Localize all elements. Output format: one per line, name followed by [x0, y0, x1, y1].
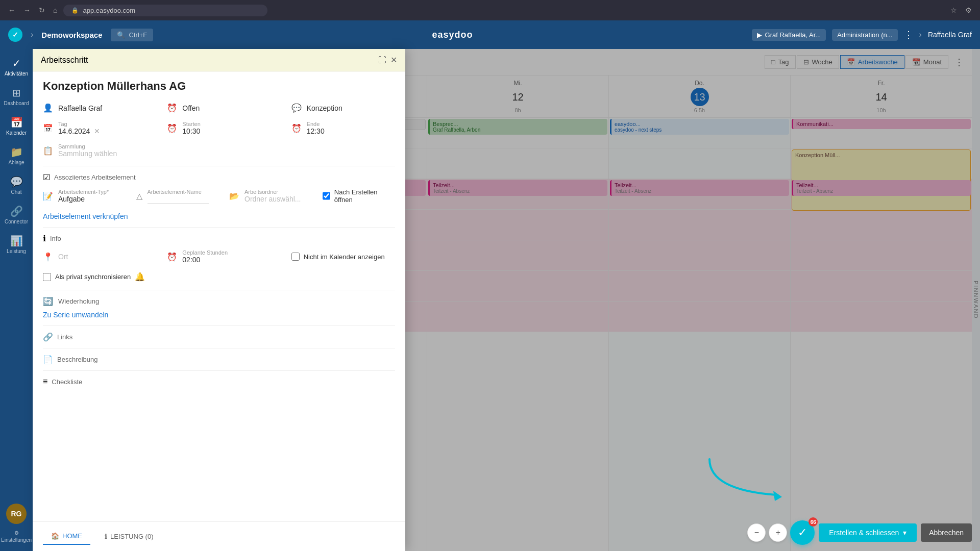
category-value[interactable]: Konzeption [307, 104, 342, 112]
type-value[interactable]: Aufgabe [58, 195, 109, 203]
connector-icon: 🔗 [10, 205, 23, 217]
workspace-name[interactable]: Demoworkspace [41, 31, 102, 39]
app-icon: ✓ [8, 28, 22, 42]
start-time-value[interactable]: 10:30 [182, 127, 200, 135]
url-bar[interactable]: 🔒 app.easydoo.com [63, 5, 267, 16]
cancel-button[interactable]: Abbrechen [921, 523, 972, 542]
sidebar-item-connector[interactable]: 🔗 Connector [0, 201, 33, 229]
fab-plus[interactable]: + [769, 523, 787, 542]
workitem-name-input[interactable] [148, 195, 209, 204]
form-row-private: Als privat synchronisieren 🔔 [43, 272, 395, 282]
hours-value[interactable]: 02:00 [182, 256, 228, 264]
workspace-chevron: › [31, 30, 33, 39]
modal-title: Konzeption Müllerhans AG [43, 80, 395, 93]
tab-leistung[interactable]: ℹ LEISTUNG (0) [96, 529, 162, 544]
name-label: Arbeitselement-Name [148, 189, 209, 195]
sidebar-settings[interactable]: ⚙ Einstellungen [0, 526, 34, 547]
status-value[interactable]: Offen [182, 104, 200, 112]
sidebar-item-aktivitaeten[interactable]: ✓ Aktivitäten [0, 53, 33, 81]
modal-footer: 🏠 HOME ℹ LEISTUNG (0) [33, 521, 405, 551]
browser-bar: ← → ↻ ⌂ 🔒 app.easydoo.com ☆ ⚙ [0, 0, 980, 20]
fab-check-container: ✓ 66 [790, 520, 815, 545]
checklist-label: Checkliste [52, 378, 82, 386]
user-full-name[interactable]: Raffaella Graf [928, 31, 972, 39]
private-sync-input[interactable] [43, 273, 51, 281]
sidebar-item-chat[interactable]: 💬 Chat [0, 171, 33, 199]
repeat-icon: 🔄 [43, 296, 53, 306]
link-workitem-button[interactable]: Arbeitselement verknüpfen [43, 212, 128, 220]
tab-home[interactable]: 🏠 HOME [43, 528, 90, 545]
user-icon: 👤 [43, 103, 53, 113]
chat-icon: 💬 [10, 176, 23, 188]
field-not-in-cal: Nicht im Kalender anzeigen [291, 253, 395, 261]
sidebar-item-ablage[interactable]: 📁 Ablage [0, 142, 33, 169]
location-icon: 📍 [43, 252, 53, 262]
folder-group: Arbeitsordner Ordner auswähl... [244, 189, 301, 203]
end-clock-icon: ⏰ [291, 123, 302, 133]
modal-body: Konzeption Müllerhans AG 👤 Raffaella Gra… [33, 71, 405, 521]
modal-expand-button[interactable]: ⛶ [378, 55, 386, 65]
app-header: ✓ › Demoworkspace 🔍 Ctrl+F easydoo ▶ Gra… [0, 20, 980, 49]
info-icon: ℹ [43, 234, 46, 243]
sidebar-label-aktivitaeten: Aktivitäten [5, 71, 28, 77]
hours-label: Geplante Stunden [182, 249, 228, 256]
sidebar-item-kalender[interactable]: 📅 Kalender [0, 112, 33, 140]
bookmark-button[interactable]: ☆ [948, 4, 959, 16]
header-right: ▶ Graf Raffaella, Ar... Administration (… [752, 29, 972, 41]
date-value[interactable]: 14.6.2024 [58, 127, 90, 135]
refresh-button[interactable]: ↻ [37, 4, 47, 16]
folder-label: Arbeitsordner [244, 189, 301, 195]
divider-3 [43, 290, 395, 290]
collection-placeholder[interactable]: Sammlung wählen [58, 149, 117, 158]
modal-header: Arbeitsschritt ⛶ ✕ [33, 49, 405, 71]
admin-badge[interactable]: Administration (n... [832, 29, 897, 41]
not-in-cal-label: Nicht im Kalender anzeigen [304, 253, 385, 261]
info-header: ℹ Info [43, 234, 395, 243]
bottom-bar: − + ✓ 66 Erstellen & schliessen ▾ Abbrec… [747, 514, 972, 551]
folder-icon: 📂 [229, 191, 239, 201]
back-button[interactable]: ← [6, 4, 17, 16]
notification-badge: 66 [808, 517, 818, 527]
status-icon: ⏰ [167, 103, 177, 113]
date-clear-button[interactable]: ✕ [94, 127, 100, 135]
checklist-header: ≡ Checkliste [43, 377, 395, 386]
sidebar-item-leistung[interactable]: 📊 Leistung [0, 231, 33, 258]
field-status: ⏰ Offen [167, 103, 271, 113]
form-row-collection: 📋 Sammlung Sammlung wählen [43, 143, 395, 158]
extensions-button[interactable]: ⚙ [963, 4, 974, 16]
collection-group: Sammlung Sammlung wählen [58, 143, 117, 158]
home-button[interactable]: ⌂ [51, 4, 59, 16]
start-time-group: Starten 10:30 [182, 121, 200, 135]
not-in-cal-input[interactable] [291, 253, 300, 261]
convert-to-series-button[interactable]: Zu Serie umwandeln [43, 311, 108, 319]
sidebar-item-dashboard[interactable]: ⊞ Dashboard [0, 83, 33, 110]
search-icon: 🔍 [117, 31, 125, 39]
workitem-name-group: Arbeitselement-Name [148, 189, 209, 204]
end-time-value[interactable]: 12:30 [307, 127, 325, 135]
folder-placeholder[interactable]: Ordner auswähl... [244, 195, 301, 203]
divider-6 [43, 370, 395, 371]
field-open-after: Nach Erstellen öffnen [323, 188, 396, 204]
links-header: 🔗 Links [43, 332, 395, 342]
form-row-info: 📍 Ort ⏰ Geplante Stunden 02:00 [43, 249, 395, 264]
fab-minus[interactable]: − [747, 523, 766, 542]
field-user: 👤 Raffaella Graf [43, 103, 146, 113]
open-after-input[interactable] [323, 192, 330, 200]
date-field: 14.6.2024 ✕ [58, 127, 100, 135]
create-close-button[interactable]: Erstellen & schliessen ▾ [819, 523, 917, 542]
field-hours: ⏰ Geplante Stunden 02:00 [167, 249, 271, 264]
type-label: Arbeitselement-Typ* [58, 189, 109, 195]
user-badge[interactable]: ▶ Graf Raffaella, Ar... [752, 29, 826, 41]
forward-button[interactable]: → [21, 4, 33, 16]
settings-icon: ⚙ [14, 530, 19, 536]
location-placeholder[interactable]: Ort [58, 253, 68, 261]
desc-icon: 📄 [43, 355, 53, 364]
user-value[interactable]: Raffaella Graf [58, 104, 102, 112]
cal-fab-group: − + ✓ 66 [747, 520, 815, 545]
dashboard-icon: ⊞ [12, 87, 21, 99]
search-bar[interactable]: 🔍 Ctrl+F [111, 29, 154, 41]
header-more-icon[interactable]: ⋮ [904, 29, 913, 40]
user-avatar[interactable]: RG [6, 504, 27, 524]
lock-icon: 🔒 [71, 7, 79, 14]
modal-close-button[interactable]: ✕ [390, 55, 397, 65]
